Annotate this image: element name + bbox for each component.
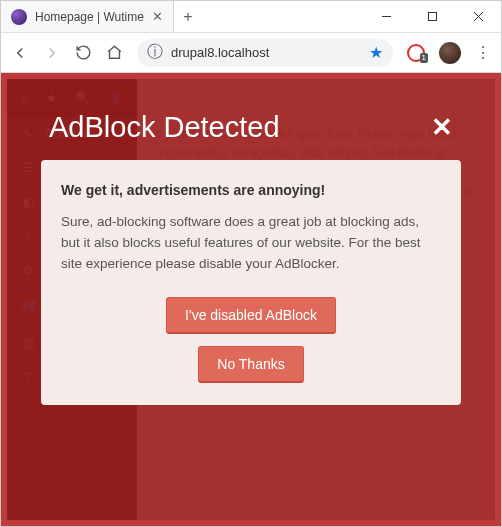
forward-button[interactable] [43,44,61,62]
bookmark-star-icon[interactable]: ★ [369,43,383,62]
reload-button[interactable] [75,44,92,61]
browser-tab[interactable]: Homepage | Wutime ✕ [1,1,174,32]
browser-titlebar: Homepage | Wutime ✕ + [1,1,501,33]
page-viewport: ⌂ ★ 🔍 👤 ✎Content ☰Structure ◧Appearance … [1,73,501,526]
modal-title: AdBlock Detected [49,111,280,144]
maximize-button[interactable] [409,1,455,33]
tab-title: Homepage | Wutime [35,10,144,24]
minimize-button[interactable] [363,1,409,33]
address-bar[interactable]: ⓘ ★ [137,39,393,67]
modal-body: We get it, advertisements are annoying! … [41,160,461,405]
extension-icon[interactable]: 1 [407,44,425,62]
modal-actions: I've disabled AdBlock No Thanks [61,297,441,383]
favicon-icon [11,9,27,25]
url-input[interactable] [171,45,361,60]
new-tab-button[interactable]: + [174,8,202,26]
extension-badge: 1 [420,53,428,63]
site-info-icon[interactable]: ⓘ [147,42,163,63]
kebab-menu-icon[interactable]: ⋮ [475,43,491,62]
home-button[interactable] [106,44,123,61]
modal-header: AdBlock Detected ✕ [41,105,461,160]
profile-avatar[interactable] [439,42,461,64]
browser-toolbar: ⓘ ★ 1 ⋮ [1,33,501,73]
back-button[interactable] [11,44,29,62]
close-window-button[interactable] [455,1,501,33]
close-tab-icon[interactable]: ✕ [152,9,163,24]
window-buttons [363,1,501,33]
modal-text: Sure, ad-blocking software does a great … [61,212,441,275]
no-thanks-button[interactable]: No Thanks [198,346,303,383]
close-icon[interactable]: ✕ [431,112,453,143]
disabled-adblock-button[interactable]: I've disabled AdBlock [166,297,336,334]
adblock-modal: AdBlock Detected ✕ We get it, advertisem… [41,105,461,405]
modal-heading: We get it, advertisements are annoying! [61,182,441,198]
modal-overlay[interactable]: AdBlock Detected ✕ We get it, advertisem… [7,79,495,520]
svg-rect-1 [428,13,436,21]
